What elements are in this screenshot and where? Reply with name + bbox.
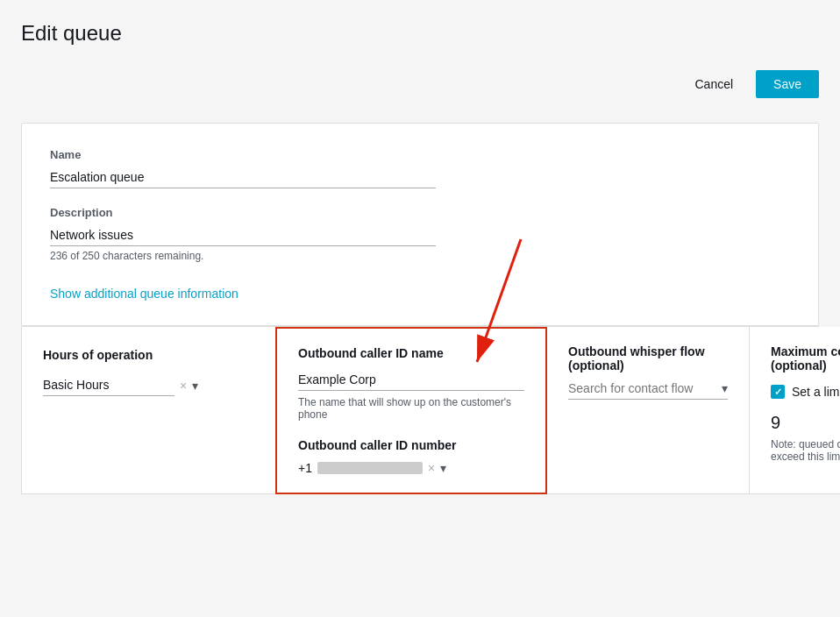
name-input[interactable] (50, 167, 436, 188)
outbound-number-dropdown-icon[interactable]: ▾ (440, 461, 446, 475)
outbound-number-prefix: +1 (298, 461, 312, 475)
outbound-number-row: +1 × ▾ (298, 461, 524, 475)
max-contacts-label: Maximum contacts in queue (optional) (771, 344, 840, 372)
whisper-section: Outbound whisper flow (optional) ▾ (547, 327, 750, 494)
max-contacts-section: Maximum contacts in queue (optional) Set… (750, 327, 840, 494)
whisper-label: Outbound whisper flow (optional) (568, 344, 728, 372)
page-container: Edit queue Cancel Save Name Description … (0, 0, 840, 617)
whisper-search-wrap: ▾ (568, 381, 728, 400)
limit-note: Note: queued callbacks may exceed this l… (771, 438, 840, 463)
bottom-row: Hours of operation × ▾ Outbound caller I… (21, 326, 819, 494)
save-button[interactable]: Save (756, 70, 819, 98)
form-card: Name Description 236 of 250 characters r… (21, 123, 819, 326)
outbound-id-name-label: Outbound caller ID name (298, 346, 524, 360)
name-field: Name (50, 148, 790, 188)
hours-section: Hours of operation × ▾ (21, 327, 275, 494)
set-limit-checkbox[interactable] (771, 385, 785, 399)
outbound-number-blurred (317, 462, 423, 474)
outbound-id-number-label: Outbound caller ID number (298, 438, 524, 452)
outbound-number-clear-icon[interactable]: × (428, 462, 435, 474)
hours-select-input[interactable] (43, 374, 174, 396)
hours-label: Hours of operation (43, 348, 254, 362)
outbound-section: Outbound caller ID name The name that wi… (275, 327, 547, 494)
whisper-search-input[interactable] (568, 381, 722, 395)
whisper-dropdown-icon[interactable]: ▾ (722, 381, 728, 395)
name-label: Name (50, 148, 790, 161)
cancel-button[interactable]: Cancel (680, 70, 747, 98)
right-column: Outbound whisper flow (optional) ▾ Maxim… (547, 327, 840, 494)
description-field: Description 236 of 250 characters remain… (50, 206, 790, 262)
limit-value: 9 (771, 413, 840, 433)
hours-clear-icon[interactable]: × (180, 379, 187, 392)
page-title: Edit queue (21, 21, 819, 46)
whisper-max-row: Outbound whisper flow (optional) ▾ Maxim… (547, 327, 840, 494)
show-additional-link[interactable]: Show additional queue information (50, 287, 238, 301)
description-input[interactable] (50, 224, 436, 246)
outbound-id-name-input[interactable] (298, 369, 524, 391)
hours-dropdown-icon[interactable]: ▾ (192, 379, 198, 393)
set-limit-row: Set a limit (771, 385, 840, 399)
hours-select-row: × ▾ (43, 374, 254, 396)
toolbar: Cancel Save (21, 63, 819, 105)
description-label: Description (50, 206, 790, 219)
outbound-id-name-hint: The name that will show up on the custom… (298, 396, 524, 421)
char-count: 236 of 250 characters remaining. (50, 250, 790, 262)
set-limit-label: Set a limit (792, 385, 840, 399)
